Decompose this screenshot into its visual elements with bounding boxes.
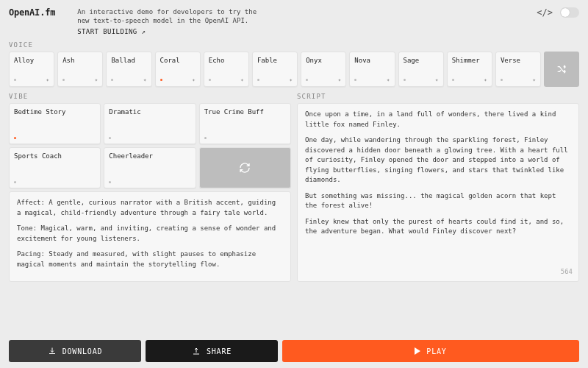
voice-card-verse[interactable]: Verse✦ bbox=[495, 52, 541, 87]
vibe-label: VIBE bbox=[9, 93, 291, 103]
selection-dot bbox=[452, 79, 454, 81]
voice-card-alloy[interactable]: Alloy✦ bbox=[9, 52, 54, 87]
vibe-shuffle-button[interactable] bbox=[199, 147, 291, 188]
vibe-card-true-crime-buff[interactable]: True Crime Buff bbox=[199, 103, 291, 144]
script-label: SCRIPT bbox=[297, 93, 579, 103]
sparkle-icon: ✦ bbox=[289, 77, 293, 83]
selection-dot bbox=[109, 181, 111, 183]
start-building-link[interactable]: START BUILDING ↗ bbox=[77, 28, 261, 35]
voice-card-ballad[interactable]: Ballad✦ bbox=[106, 52, 151, 87]
selection-dot bbox=[501, 79, 503, 81]
sparkle-icon: ✦ bbox=[337, 77, 341, 83]
download-button[interactable]: DOWNLOAD bbox=[9, 340, 141, 362]
play-label: PLAY bbox=[426, 347, 446, 355]
voice-shuffle-button[interactable] bbox=[544, 52, 579, 87]
vibe-card-bedtime-story[interactable]: Bedtime Story bbox=[9, 103, 101, 144]
share-icon bbox=[192, 347, 201, 355]
voice-name: Alloy bbox=[14, 57, 49, 64]
vibe-name: True Crime Buff bbox=[204, 108, 286, 116]
selection-dot bbox=[204, 137, 207, 139]
voice-dot-row: ✦ bbox=[111, 77, 146, 83]
voice-name: Fable bbox=[257, 57, 293, 64]
voice-card-nova[interactable]: Nova✦ bbox=[349, 52, 395, 87]
voice-dot-row: ✦ bbox=[62, 77, 98, 83]
voice-card-fable[interactable]: Fable✦ bbox=[252, 52, 298, 87]
refresh-icon bbox=[239, 162, 251, 174]
voice-name: Verse bbox=[501, 57, 536, 64]
vibe-name: Cheerleader bbox=[109, 152, 190, 160]
voice-name: Ash bbox=[62, 57, 98, 64]
prompt-pacing: Pacing: Steady and measured, with slight… bbox=[17, 250, 283, 269]
sparkle-icon: ✦ bbox=[46, 77, 49, 83]
vibe-prompt-box[interactable]: Affect: A gentle, curious narrator with … bbox=[9, 191, 291, 282]
logo: OpenAI.fm bbox=[9, 7, 55, 18]
vibe-name: Bedtime Story bbox=[14, 108, 96, 116]
sparkle-icon: ✦ bbox=[435, 77, 439, 83]
sparkle-icon: ✦ bbox=[95, 77, 98, 83]
voice-card-shimmer[interactable]: Shimmer✦ bbox=[447, 52, 492, 87]
voice-card-ash[interactable]: Ash✦ bbox=[57, 52, 103, 87]
vibe-name: Dramatic bbox=[109, 108, 190, 116]
sparkle-icon: ✦ bbox=[192, 77, 196, 83]
vibe-name: Sports Coach bbox=[14, 152, 96, 160]
code-icon[interactable]: </> bbox=[537, 7, 553, 18]
play-icon bbox=[415, 347, 420, 355]
voice-dot-row: ✦ bbox=[501, 77, 536, 83]
script-box[interactable]: Once upon a time, in a land full of wond… bbox=[297, 103, 579, 282]
sparkle-icon: ✦ bbox=[484, 77, 487, 83]
sparkle-icon: ✦ bbox=[532, 77, 536, 83]
download-icon bbox=[48, 347, 57, 355]
voice-name: Sage bbox=[404, 57, 439, 64]
tagline: An interactive demo for developers to tr… bbox=[77, 7, 261, 25]
voice-label: VOICE bbox=[0, 40, 588, 52]
voice-row: Alloy✦Ash✦Ballad✦Coral✦Echo✦Fable✦Onyx✦N… bbox=[0, 52, 588, 93]
voice-name: Echo bbox=[209, 57, 244, 64]
voice-dot-row: ✦ bbox=[160, 77, 196, 83]
voice-dot-row: ✦ bbox=[209, 77, 244, 83]
vibe-card-sports-coach[interactable]: Sports Coach bbox=[9, 147, 101, 188]
voice-card-onyx[interactable]: Onyx✦ bbox=[301, 52, 346, 87]
voice-name: Shimmer bbox=[452, 57, 487, 64]
script-p4: Finley knew that only the purest of hear… bbox=[305, 217, 571, 237]
voice-name: Coral bbox=[160, 57, 196, 64]
selection-dot bbox=[14, 79, 16, 81]
selection-dot bbox=[160, 79, 162, 81]
sparkle-icon: ✦ bbox=[387, 77, 390, 83]
play-button[interactable]: PLAY bbox=[282, 340, 579, 362]
voice-dot-row: ✦ bbox=[404, 77, 439, 83]
voice-dot-row: ✦ bbox=[306, 77, 341, 83]
theme-toggle[interactable] bbox=[560, 7, 579, 18]
voice-card-sage[interactable]: Sage✦ bbox=[398, 52, 444, 87]
voice-card-coral[interactable]: Coral✦ bbox=[155, 52, 201, 87]
voice-dot-row: ✦ bbox=[354, 77, 390, 83]
shuffle-icon bbox=[556, 63, 567, 75]
script-p3: But something was missing... the magical… bbox=[305, 191, 571, 211]
action-bar: DOWNLOAD SHARE PLAY bbox=[9, 340, 579, 362]
selection-dot bbox=[306, 79, 308, 81]
sparkle-icon: ✦ bbox=[143, 77, 147, 83]
selection-dot bbox=[257, 79, 259, 81]
share-button[interactable]: SHARE bbox=[146, 340, 278, 362]
voice-name: Nova bbox=[354, 57, 390, 64]
script-p1: Once upon a time, in a land full of wond… bbox=[305, 110, 571, 130]
vibe-card-dramatic[interactable]: Dramatic bbox=[104, 103, 196, 144]
share-label: SHARE bbox=[207, 347, 232, 355]
script-p2: One day, while wandering through the spa… bbox=[305, 135, 571, 185]
voice-card-echo[interactable]: Echo✦ bbox=[204, 52, 249, 87]
selection-dot bbox=[109, 137, 111, 139]
voice-name: Ballad bbox=[111, 57, 146, 64]
voice-name: Onyx bbox=[306, 57, 341, 64]
download-label: DOWNLOAD bbox=[62, 347, 103, 355]
selection-dot bbox=[62, 79, 65, 81]
vibe-card-cheerleader[interactable]: Cheerleader bbox=[104, 147, 196, 188]
selection-dot bbox=[111, 79, 113, 81]
voice-dot-row: ✦ bbox=[452, 77, 487, 83]
char-count: 564 bbox=[561, 267, 573, 277]
selection-dot bbox=[404, 79, 406, 81]
vibe-grid: Bedtime StoryDramaticTrue Crime BuffSpor… bbox=[9, 103, 291, 188]
selection-dot bbox=[14, 137, 16, 139]
selection-dot bbox=[14, 181, 16, 183]
tagline-block: An interactive demo for developers to tr… bbox=[77, 7, 261, 35]
header: OpenAI.fm An interactive demo for develo… bbox=[0, 0, 588, 40]
voice-dot-row: ✦ bbox=[14, 77, 49, 83]
